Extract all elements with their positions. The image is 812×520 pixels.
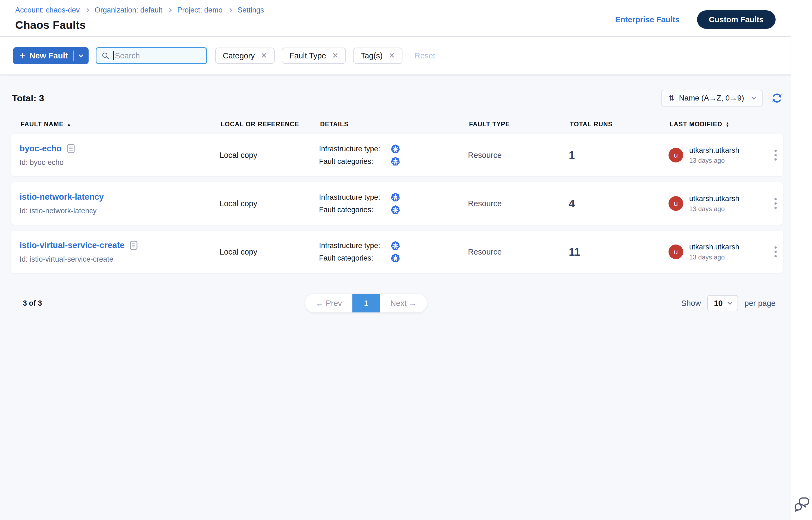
- fault-type-cell: Resource: [468, 151, 569, 160]
- next-page-button[interactable]: Next →: [380, 294, 427, 312]
- fault-row-istio-virtual-service-create[interactable]: istio-virtual-service-create Id: istio-v…: [11, 231, 783, 273]
- total-count: Total: 3: [12, 93, 44, 104]
- breadcrumb-organization-link[interactable]: Organization: default: [95, 6, 162, 15]
- column-header-details: DETAILS: [320, 121, 469, 128]
- search-box[interactable]: [96, 47, 207, 64]
- column-label: TOTAL RUNS: [570, 121, 612, 128]
- enterprise-faults-link[interactable]: Enterprise Faults: [615, 15, 680, 24]
- fault-type-cell: Resource: [468, 248, 569, 257]
- breadcrumb-settings-link[interactable]: Settings: [237, 6, 264, 15]
- chat-support-button[interactable]: [794, 497, 810, 513]
- fault-name-link[interactable]: istio-network-latency: [20, 192, 104, 202]
- kubernetes-icon: [391, 157, 400, 166]
- close-icon[interactable]: ✕: [261, 52, 267, 59]
- button-divider: [73, 51, 74, 61]
- search-icon: [101, 52, 109, 60]
- details-cell: Infrastructure type: Fault categories:: [319, 192, 468, 214]
- app-root: Account: chaos-dev Organization: default…: [0, 0, 812, 520]
- list-top-bar: Total: 3 ⇅ Name (A→Z, 0→9): [11, 90, 783, 106]
- chevron-right-icon: [168, 8, 172, 12]
- last-modified-cell: u utkarsh.utkarsh 13 days ago: [668, 146, 772, 164]
- pager: ← Prev 1 Next →: [305, 294, 427, 312]
- kubernetes-icon: [391, 192, 400, 202]
- chip-label: Tag(s): [361, 51, 383, 60]
- header-actions: Enterprise Faults Custom Faults: [615, 10, 776, 29]
- breadcrumb-project-link[interactable]: Project: demo: [177, 6, 223, 15]
- close-icon[interactable]: ✕: [332, 52, 338, 59]
- pagination-bar: 3 of 3 ← Prev 1 Next → Show 10 per page: [11, 294, 783, 313]
- infrastructure-type-label: Infrastructure type:: [319, 193, 384, 202]
- fault-id: Id: istio-network-latency: [20, 207, 220, 215]
- chat-bubbles-icon: [794, 497, 810, 512]
- infrastructure-type-label: Infrastructure type:: [319, 241, 384, 250]
- fault-name-link[interactable]: byoc-echo: [20, 144, 62, 154]
- close-icon[interactable]: ✕: [389, 52, 395, 59]
- total-runs-cell: 4: [569, 198, 668, 210]
- reset-filters-button[interactable]: Reset: [414, 51, 435, 60]
- column-header-total-runs: TOTAL RUNS: [570, 121, 669, 128]
- page-1-button[interactable]: 1: [352, 294, 380, 312]
- chevron-down-icon: [728, 300, 732, 305]
- column-header-fault-name[interactable]: FAULT NAME ▲: [21, 121, 221, 128]
- filter-chip-category[interactable]: Category ✕: [215, 48, 275, 64]
- description-icon: [130, 241, 137, 250]
- modified-by: utkarsh.utkarsh: [689, 243, 739, 251]
- custom-faults-button[interactable]: Custom Faults: [697, 10, 776, 29]
- modified-time: 13 days ago: [689, 254, 739, 261]
- breadcrumb-account-link[interactable]: Account: chaos-dev: [15, 6, 80, 15]
- total-runs-cell: 11: [569, 246, 668, 258]
- description-icon: [67, 144, 75, 153]
- column-header-fault-type: FAULT TYPE: [469, 121, 570, 128]
- avatar: u: [668, 148, 683, 162]
- column-label: FAULT NAME: [21, 121, 64, 128]
- page-size-select[interactable]: 10: [707, 295, 738, 311]
- row-menu-button[interactable]: [772, 196, 779, 212]
- fault-row-byoc-echo[interactable]: byoc-echo Id: byoc-echo Local copy Infra…: [11, 134, 783, 176]
- filter-chips: Category ✕ Fault Type ✕ Tag(s) ✕: [215, 48, 403, 64]
- text-caret: [113, 51, 114, 60]
- details-cell: Infrastructure type: Fault categories:: [319, 241, 468, 263]
- total-runs-cell: 1: [569, 149, 668, 161]
- chevron-down-icon[interactable]: [79, 53, 83, 57]
- column-label: LOCAL OR REFERENCE: [221, 121, 299, 128]
- column-header-local-or-reference: LOCAL OR REFERENCE: [221, 121, 320, 128]
- sort-both-icon: ▲▼: [726, 122, 730, 127]
- kubernetes-icon: [391, 254, 400, 263]
- page-size-controls: Show 10 per page: [681, 295, 776, 311]
- fault-name-cell: istio-virtual-service-create Id: istio-v…: [20, 240, 220, 263]
- fault-type-cell: Resource: [468, 199, 569, 208]
- local-or-reference-cell: Local copy: [220, 151, 319, 160]
- filter-chip-fault-type[interactable]: Fault Type ✕: [282, 48, 346, 64]
- prev-page-button[interactable]: ← Prev: [305, 294, 353, 312]
- row-menu-button[interactable]: [772, 244, 779, 260]
- filter-chip-tags[interactable]: Tag(s) ✕: [353, 48, 403, 64]
- local-or-reference-cell: Local copy: [220, 248, 319, 257]
- sort-select[interactable]: ⇅ Name (A→Z, 0→9): [661, 90, 763, 106]
- last-modified-cell: u utkarsh.utkarsh 13 days ago: [668, 243, 772, 261]
- page-size-value: 10: [714, 299, 722, 308]
- column-header-last-modified[interactable]: LAST MODIFIED ▲▼: [669, 121, 773, 128]
- avatar: u: [668, 196, 683, 211]
- fault-row-istio-network-latency[interactable]: istio-network-latency Id: istio-network-…: [11, 182, 783, 225]
- new-fault-label: New Fault: [29, 51, 68, 60]
- chip-label: Category: [223, 51, 255, 60]
- sort-controls: ⇅ Name (A→Z, 0→9): [661, 90, 783, 106]
- refresh-icon: [771, 92, 783, 104]
- sort-ascending-icon: ▲: [67, 122, 71, 127]
- avatar: u: [668, 244, 683, 259]
- row-menu-button[interactable]: [772, 147, 779, 163]
- search-input[interactable]: [115, 51, 201, 60]
- fault-categories-label: Fault categories:: [319, 254, 384, 262]
- new-fault-button[interactable]: + New Fault: [13, 47, 88, 64]
- right-rail: [791, 0, 812, 520]
- content-area: Total: 3 ⇅ Name (A→Z, 0→9): [0, 75, 791, 520]
- page-header: Account: chaos-dev Organization: default…: [0, 0, 791, 37]
- fault-name-cell: byoc-echo Id: byoc-echo: [20, 144, 220, 167]
- fault-name-cell: istio-network-latency Id: istio-network-…: [20, 192, 220, 215]
- per-page-label: per page: [744, 299, 776, 308]
- fault-name-link[interactable]: istio-virtual-service-create: [20, 240, 124, 250]
- toolbar: + New Fault Category ✕ Fault: [0, 37, 791, 75]
- refresh-button[interactable]: [771, 92, 783, 104]
- fault-categories-label: Fault categories:: [319, 157, 384, 166]
- last-modified-cell: u utkarsh.utkarsh 13 days ago: [668, 194, 772, 213]
